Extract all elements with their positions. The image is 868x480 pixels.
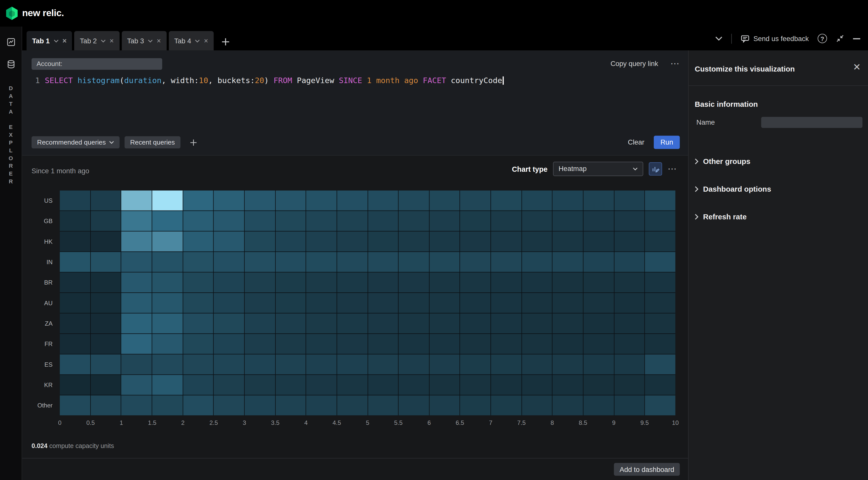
heatmap-cell-HK-7[interactable] — [275, 232, 306, 251]
copy-query-link[interactable]: Copy query link — [611, 60, 658, 67]
heatmap-cell-US-13[interactable] — [460, 190, 490, 210]
heatmap-cell-HK-18[interactable] — [614, 232, 645, 251]
heatmap-cell-HK-3[interactable] — [152, 232, 183, 251]
tab-chevron-down-icon[interactable] — [101, 39, 106, 42]
heatmap-cell-Other-19[interactable] — [645, 395, 675, 415]
heatmap-cell-FR-2[interactable] — [121, 334, 152, 354]
heatmap-cell-ZA-9[interactable] — [337, 313, 367, 333]
heatmap-cell-Other-14[interactable] — [491, 395, 521, 415]
heatmap-cell-US-2[interactable] — [121, 190, 152, 210]
heatmap-cell-FR-7[interactable] — [275, 334, 306, 354]
heatmap-cell-ZA-7[interactable] — [275, 313, 306, 333]
heatmap-cell-FR-11[interactable] — [399, 334, 429, 354]
heatmap-cell-Other-10[interactable] — [368, 395, 398, 415]
heatmap-cell-ES-0[interactable] — [60, 354, 90, 374]
heatmap-cell-ZA-0[interactable] — [60, 313, 90, 333]
heatmap-cell-GB-15[interactable] — [522, 211, 552, 231]
heatmap-cell-KR-14[interactable] — [491, 375, 521, 395]
heatmap-cell-KR-2[interactable] — [121, 375, 152, 395]
name-input[interactable] — [761, 117, 863, 128]
heatmap-cell-ZA-11[interactable] — [399, 313, 429, 333]
heatmap-cell-AU-12[interactable] — [430, 293, 460, 313]
heatmap-cell-KR-0[interactable] — [60, 375, 90, 395]
heatmap-cell-AU-15[interactable] — [522, 293, 552, 313]
heatmap-cell-Other-0[interactable] — [60, 395, 90, 415]
heatmap-cell-KR-7[interactable] — [275, 375, 306, 395]
new-relic-logo[interactable]: new relic. — [6, 6, 64, 20]
heatmap-cell-AU-14[interactable] — [491, 293, 521, 313]
heatmap-cell-HK-14[interactable] — [491, 232, 521, 251]
heatmap-cell-US-14[interactable] — [491, 190, 521, 210]
heatmap-cell-GB-16[interactable] — [553, 211, 583, 231]
heatmap-cell-US-19[interactable] — [645, 190, 675, 210]
heatmap-cell-FR-5[interactable] — [214, 334, 244, 354]
heatmap-cell-Other-8[interactable] — [306, 395, 336, 415]
heatmap-cell-ES-8[interactable] — [306, 354, 336, 374]
heatmap-cell-ES-18[interactable] — [614, 354, 645, 374]
heatmap-cell-HK-12[interactable] — [430, 232, 460, 251]
heatmap-cell-IN-14[interactable] — [491, 252, 521, 272]
heatmap-cell-BR-1[interactable] — [91, 272, 121, 292]
heatmap-cell-GB-19[interactable] — [645, 211, 675, 231]
heatmap-cell-Other-9[interactable] — [337, 395, 367, 415]
heatmap-cell-AU-7[interactable] — [275, 293, 306, 313]
heatmap-cell-KR-17[interactable] — [584, 375, 614, 395]
heatmap-cell-HK-6[interactable] — [245, 232, 275, 251]
heatmap-cell-AU-4[interactable] — [183, 293, 213, 313]
heatmap-cell-BR-15[interactable] — [522, 272, 552, 292]
heatmap-cell-AU-13[interactable] — [460, 293, 490, 313]
heatmap-cell-Other-4[interactable] — [183, 395, 213, 415]
heatmap-cell-ZA-6[interactable] — [245, 313, 275, 333]
heatmap-cell-US-1[interactable] — [91, 190, 121, 210]
heatmap-cell-HK-4[interactable] — [183, 232, 213, 251]
heatmap-cell-GB-0[interactable] — [60, 211, 90, 231]
panel-section-other-groups[interactable]: Other groups — [695, 156, 863, 167]
heatmap-cell-GB-2[interactable] — [121, 211, 152, 231]
heatmap-cell-IN-19[interactable] — [645, 252, 675, 272]
heatmap-cell-HK-19[interactable] — [645, 232, 675, 251]
tab-tab-4[interactable]: Tab 4× — [169, 31, 214, 50]
heatmap-cell-FR-0[interactable] — [60, 334, 90, 354]
heatmap-cell-IN-11[interactable] — [399, 252, 429, 272]
heatmap-cell-KR-1[interactable] — [91, 375, 121, 395]
heatmap-cell-BR-2[interactable] — [121, 272, 152, 292]
heatmap-cell-FR-10[interactable] — [368, 334, 398, 354]
heatmap-cell-US-3[interactable] — [152, 190, 183, 210]
heatmap-cell-ES-2[interactable] — [121, 354, 152, 374]
heatmap-cell-US-8[interactable] — [306, 190, 336, 210]
heatmap-cell-FR-13[interactable] — [460, 334, 490, 354]
heatmap-cell-AU-11[interactable] — [399, 293, 429, 313]
heatmap-cell-US-15[interactable] — [522, 190, 552, 210]
heatmap-cell-KR-8[interactable] — [306, 375, 336, 395]
run-button[interactable]: Run — [654, 136, 680, 149]
heatmap-cell-IN-15[interactable] — [522, 252, 552, 272]
heatmap-cell-FR-8[interactable] — [306, 334, 336, 354]
heatmap-cell-US-16[interactable] — [553, 190, 583, 210]
heatmap-cell-GB-9[interactable] — [337, 211, 367, 231]
heatmap-cell-ES-11[interactable] — [399, 354, 429, 374]
chart-more-menu-icon[interactable]: ⋯ — [668, 164, 677, 173]
heatmap-cell-IN-7[interactable] — [275, 252, 306, 272]
heatmap-cell-FR-4[interactable] — [183, 334, 213, 354]
heatmap-cell-ZA-3[interactable] — [152, 313, 183, 333]
heatmap-cell-Other-1[interactable] — [91, 395, 121, 415]
heatmap-cell-KR-3[interactable] — [152, 375, 183, 395]
panel-section-dashboard-options[interactable]: Dashboard options — [695, 183, 863, 194]
heatmap-cell-FR-15[interactable] — [522, 334, 552, 354]
heatmap-cell-GB-8[interactable] — [306, 211, 336, 231]
heatmap-cell-KR-12[interactable] — [430, 375, 460, 395]
heatmap-cell-AU-1[interactable] — [91, 293, 121, 313]
heatmap-cell-ZA-1[interactable] — [91, 313, 121, 333]
heatmap-cell-HK-11[interactable] — [399, 232, 429, 251]
heatmap-cell-ES-16[interactable] — [553, 354, 583, 374]
heatmap-cell-AU-19[interactable] — [645, 293, 675, 313]
heatmap-cell-ZA-10[interactable] — [368, 313, 398, 333]
heatmap-cell-ES-5[interactable] — [214, 354, 244, 374]
heatmap-cell-IN-2[interactable] — [121, 252, 152, 272]
heatmap-cell-KR-6[interactable] — [245, 375, 275, 395]
heatmap-cell-US-4[interactable] — [183, 190, 213, 210]
heatmap-cell-KR-15[interactable] — [522, 375, 552, 395]
heatmap-cell-BR-11[interactable] — [399, 272, 429, 292]
query-more-menu-icon[interactable]: ⋯ — [671, 59, 680, 68]
heatmap-cell-IN-6[interactable] — [245, 252, 275, 272]
